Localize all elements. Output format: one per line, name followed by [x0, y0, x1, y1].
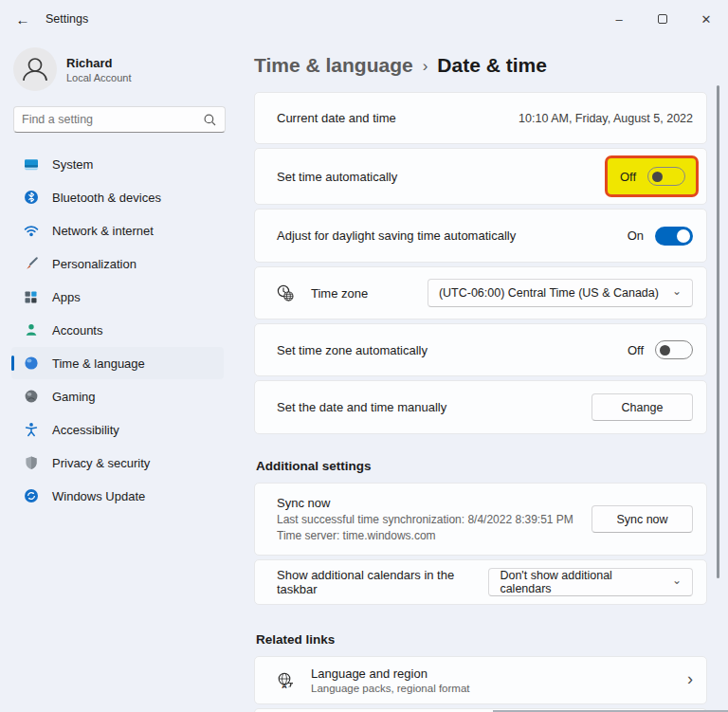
person-icon: [13, 47, 57, 91]
sidebar-item-system[interactable]: System: [11, 148, 224, 180]
change-button[interactable]: Change: [592, 393, 693, 421]
sidebar-nav: System Bluetooth & devices Network & int…: [0, 148, 239, 512]
related-link-title: Language and region: [311, 666, 470, 681]
sidebar-item-gaming[interactable]: Gaming: [11, 380, 224, 412]
daylight-saving-toggle[interactable]: [655, 227, 693, 246]
sidebar-item-label: Gaming: [52, 390, 96, 404]
sidebar-item-label: Accessibility: [52, 423, 119, 437]
timezone-globe-clock-icon: [276, 283, 295, 302]
back-button[interactable]: ←: [8, 7, 38, 31]
minimize-icon: –: [615, 12, 622, 27]
section-header-additional-settings: Additional settings: [256, 459, 707, 473]
card-set-datetime-manually: Set the date and time manually Change: [254, 380, 707, 434]
set-time-automatically-toggle[interactable]: [647, 167, 685, 186]
calendars-dropdown[interactable]: Don't show additional calendars ⌄: [488, 568, 693, 596]
search-box: [13, 106, 226, 133]
sidebar-item-label: System: [52, 157, 93, 172]
search-input[interactable]: [22, 113, 203, 126]
main-content: Time & language › Date & time Current da…: [239, 38, 728, 712]
accessibility-person-icon: [23, 422, 39, 438]
system-icon: [23, 156, 39, 173]
title-bar: ← Settings – ✕: [0, 0, 728, 38]
profile-subtitle: Local Account: [66, 72, 132, 83]
sidebar-item-accessibility[interactable]: Accessibility: [11, 413, 224, 446]
chevron-down-icon: ⌄: [672, 574, 682, 591]
annotation-highlight-box: Off: [605, 155, 699, 197]
sidebar-item-personalization[interactable]: Personalization: [11, 247, 224, 280]
brush-icon: [23, 256, 39, 272]
chevron-down-icon: ⌄: [672, 284, 682, 301]
setting-label: Set time zone automatically: [277, 343, 428, 357]
shield-icon: [23, 455, 39, 471]
sidebar-item-windows-update[interactable]: Windows Update: [11, 480, 224, 512]
sidebar-item-network-internet[interactable]: Network & internet: [11, 214, 224, 246]
language-region-icon: A: [276, 671, 295, 690]
breadcrumb: Time & language › Date & time: [254, 49, 707, 82]
card-sync-now: Sync now Last successful time synchroniz…: [254, 483, 707, 556]
profile-name: Richard: [66, 56, 132, 70]
related-link-subtitle: Language packs, regional format: [311, 683, 470, 694]
sidebar-item-label: Network & internet: [52, 224, 154, 238]
setting-label: Time zone: [311, 286, 368, 301]
card-daylight-saving: Adjust for daylight saving time automati…: [254, 209, 707, 263]
time-zone-selected-value: (UTC-06:00) Central Time (US & Canada): [439, 286, 659, 300]
apps-grid-icon: [23, 289, 39, 305]
wifi-icon: [23, 223, 39, 239]
sidebar-item-label: Accounts: [52, 323, 102, 338]
sidebar-item-label: Personalization: [52, 257, 136, 271]
calendars-selected-value: Don't show additional calendars: [500, 569, 659, 595]
current-datetime-value: 10:10 AM, Friday, August 5, 2022: [519, 112, 693, 125]
toggle-state-label: On: [628, 228, 644, 243]
xbox-icon: [23, 389, 39, 405]
minimize-button[interactable]: –: [597, 0, 641, 38]
setting-label: Set the date and time manually: [277, 400, 446, 414]
maximize-icon: [658, 14, 667, 24]
sidebar: Richard Local Account System: [0, 38, 239, 712]
setting-label: Show additional calendars in the taskbar: [277, 568, 488, 596]
section-header-related-links: Related links: [256, 632, 707, 647]
update-arrows-icon: [23, 488, 39, 504]
time-language-icon: [23, 356, 39, 372]
setting-label: Current date and time: [277, 111, 396, 125]
last-sync-text: Last successful time synchronization: 8/…: [277, 513, 573, 526]
toggle-state-label: Off: [620, 170, 636, 184]
maximize-button[interactable]: [641, 0, 684, 38]
sidebar-item-label: Time & language: [52, 356, 145, 371]
card-additional-calendars: Show additional calendars in the taskbar…: [254, 559, 707, 605]
close-button[interactable]: ✕: [684, 0, 728, 38]
card-current-datetime: Current date and time 10:10 AM, Friday, …: [254, 92, 707, 144]
breadcrumb-parent-link[interactable]: Time & language: [254, 54, 413, 77]
card-language-region[interactable]: A Language and region Language packs, re…: [254, 656, 707, 704]
sidebar-item-time-language[interactable]: Time & language: [11, 347, 224, 379]
set-timezone-automatically-toggle[interactable]: [655, 340, 693, 359]
chevron-right-icon: ›: [687, 669, 693, 691]
toggle-state-label: Off: [628, 343, 644, 357]
vertical-scrollbar[interactable]: [717, 85, 719, 578]
card-set-time-automatically: Set time automatically Off: [254, 148, 707, 205]
accounts-person-icon: [23, 322, 39, 338]
time-zone-dropdown[interactable]: (UTC-06:00) Central Time (US & Canada) ⌄: [428, 279, 693, 307]
sidebar-item-bluetooth-devices[interactable]: Bluetooth & devices: [11, 181, 224, 213]
close-icon: ✕: [701, 12, 712, 27]
back-arrow-icon: ←: [16, 11, 30, 27]
setting-label: Adjust for daylight saving time automati…: [277, 228, 516, 243]
card-time-zone: Time zone (UTC-06:00) Central Time (US &…: [254, 266, 707, 319]
sidebar-item-label: Windows Update: [52, 489, 145, 503]
sidebar-item-label: Apps: [52, 290, 81, 304]
time-server-text: Time server: time.windows.com: [277, 529, 573, 542]
sidebar-item-label: Privacy & security: [52, 456, 150, 470]
sidebar-item-apps[interactable]: Apps: [11, 281, 224, 313]
setting-label: Set time automatically: [277, 170, 397, 184]
card-set-timezone-automatically: Set time zone automatically Off: [254, 323, 707, 376]
page-title: Date & time: [437, 54, 547, 77]
search-icon: [203, 113, 217, 127]
profile-section[interactable]: Richard Local Account: [13, 47, 239, 91]
sync-now-button[interactable]: Sync now: [592, 505, 693, 533]
svg-text:A: A: [282, 681, 287, 689]
bluetooth-icon: [23, 190, 39, 206]
sidebar-item-accounts[interactable]: Accounts: [11, 314, 224, 346]
sync-now-title: Sync now: [277, 496, 573, 510]
sidebar-item-privacy-security[interactable]: Privacy & security: [11, 447, 224, 479]
chevron-right-icon: ›: [423, 55, 428, 76]
window-controls: – ✕: [597, 0, 728, 38]
